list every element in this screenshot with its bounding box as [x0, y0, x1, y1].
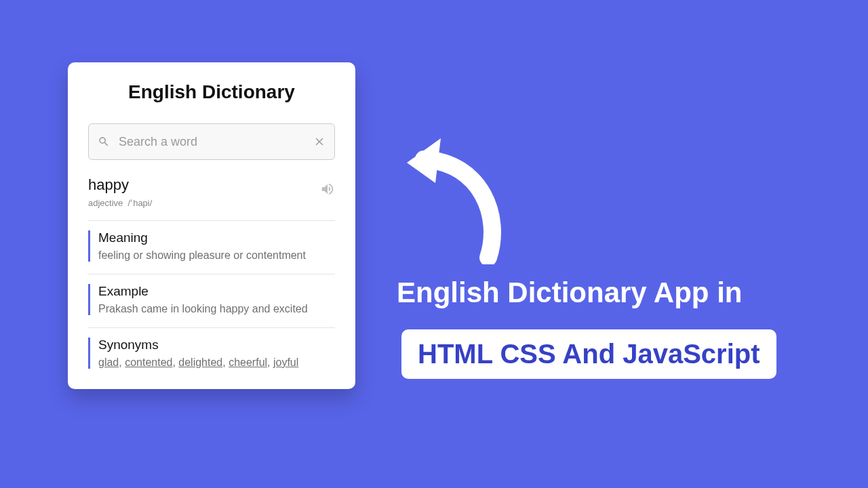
meaning-label: Meaning: [98, 230, 335, 245]
synonym-link[interactable]: glad: [98, 357, 119, 368]
subtitle-pill: HTML CSS And JavaScript: [401, 329, 776, 379]
search-icon: [98, 136, 110, 148]
example-block: Example Prakash came in looking happy an…: [88, 284, 335, 315]
result-meta: adjective /ˈhapi/: [88, 198, 152, 208]
divider: [88, 274, 335, 274]
synonym-link[interactable]: contented: [125, 357, 172, 368]
card-title: English Dictionary: [88, 81, 335, 103]
example-label: Example: [98, 284, 335, 299]
arrow-icon: [400, 136, 515, 264]
divider: [88, 220, 335, 221]
result-word: happy: [88, 176, 152, 194]
dictionary-card: English Dictionary happy adjective /ˈhap…: [68, 62, 355, 389]
synonyms-block: Synonyms glad, contented, delighted, che…: [88, 338, 335, 369]
example-text: Prakash came in looking happy and excite…: [98, 303, 335, 315]
synonyms-label: Synonyms: [98, 338, 335, 352]
search-bar: [88, 123, 335, 160]
clear-icon[interactable]: [313, 136, 326, 148]
part-of-speech: adjective: [88, 198, 123, 208]
phonetic: /ˈhapi/: [128, 198, 153, 208]
word-header: happy adjective /ˈhapi/: [88, 176, 335, 208]
word-info: happy adjective /ˈhapi/: [88, 176, 152, 208]
search-input[interactable]: [88, 123, 335, 160]
synonyms-list: glad, contented, delighted, cheerful, jo…: [98, 357, 335, 369]
speaker-icon[interactable]: [320, 182, 335, 199]
meaning-block: Meaning feeling or showing pleasure or c…: [88, 230, 335, 262]
synonym-link[interactable]: cheerful: [229, 357, 267, 368]
divider: [88, 327, 335, 328]
headline-text: English Dictionary App in: [397, 277, 742, 309]
synonym-link[interactable]: delighted: [178, 357, 222, 368]
meaning-text: feeling or showing pleasure or contentme…: [98, 249, 335, 262]
synonym-link[interactable]: joyful: [273, 357, 298, 368]
